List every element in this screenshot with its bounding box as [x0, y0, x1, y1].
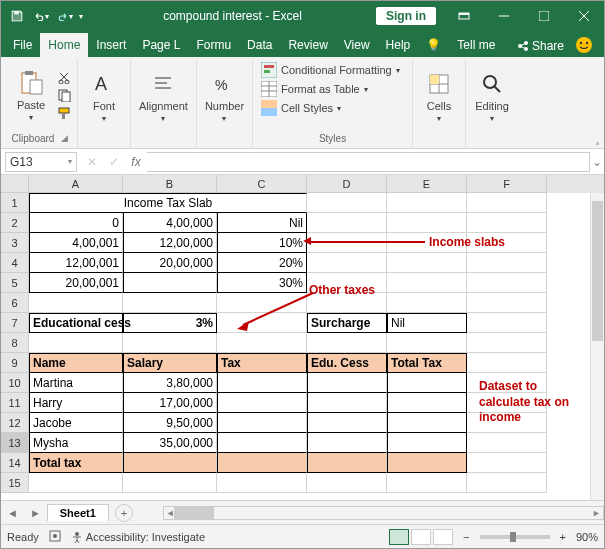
row-header[interactable]: 3 [1, 233, 29, 253]
undo-icon[interactable]: ▾ [31, 6, 51, 26]
cell[interactable] [387, 433, 467, 453]
cell[interactable] [123, 473, 217, 493]
tab-help[interactable]: Help [378, 33, 419, 57]
cell[interactable] [307, 373, 387, 393]
cell[interactable] [467, 393, 547, 413]
name-box[interactable]: G13▾ [5, 152, 77, 172]
cell[interactable] [467, 373, 547, 393]
cell[interactable] [307, 193, 387, 213]
cell[interactable]: Jacobe [29, 413, 123, 433]
cell[interactable] [387, 373, 467, 393]
cells-group-button[interactable]: Cells▾ [417, 68, 461, 125]
col-header-d[interactable]: D [307, 175, 387, 193]
cell[interactable] [123, 333, 217, 353]
cell[interactable]: 20,00,000 [123, 253, 217, 273]
cell[interactable] [217, 433, 307, 453]
sheet-nav-prev-icon[interactable]: ◄ [1, 507, 24, 519]
cell[interactable] [217, 293, 307, 313]
cut-icon[interactable] [57, 70, 73, 86]
cell[interactable] [467, 293, 547, 313]
ribbon-options-icon[interactable] [444, 1, 484, 31]
fx-icon[interactable]: fx [125, 155, 147, 169]
cell[interactable] [217, 313, 307, 333]
cell[interactable] [467, 453, 547, 473]
cell[interactable] [467, 433, 547, 453]
row-header[interactable]: 2 [1, 213, 29, 233]
cell[interactable] [307, 413, 387, 433]
cell[interactable] [217, 453, 307, 473]
cell[interactable]: 20% [217, 253, 307, 273]
tab-file[interactable]: File [5, 33, 40, 57]
tab-view[interactable]: View [336, 33, 378, 57]
cell[interactable]: Total tax [29, 453, 123, 473]
close-button[interactable] [564, 1, 604, 31]
col-header-c[interactable]: C [217, 175, 307, 193]
col-header-a[interactable]: A [29, 175, 123, 193]
cell[interactable]: 30% [217, 273, 307, 293]
cell[interactable] [123, 453, 217, 473]
zoom-out-button[interactable]: − [463, 531, 469, 543]
cell[interactable] [217, 393, 307, 413]
format-painter-icon[interactable] [57, 106, 73, 122]
cell[interactable] [387, 333, 467, 353]
row-header[interactable]: 8 [1, 333, 29, 353]
share-button[interactable]: Share [509, 35, 572, 57]
row-header[interactable]: 4 [1, 253, 29, 273]
cell[interactable] [217, 373, 307, 393]
font-group-button[interactable]: A Font▾ [82, 68, 126, 125]
maximize-button[interactable] [524, 1, 564, 31]
cell[interactable] [467, 233, 547, 253]
cell[interactable] [467, 193, 547, 213]
cell[interactable] [387, 273, 467, 293]
conditional-formatting-button[interactable]: Conditional Formatting ▾ [257, 61, 408, 79]
cell[interactable] [123, 293, 217, 313]
cell[interactable] [307, 273, 387, 293]
save-icon[interactable] [7, 6, 27, 26]
page-layout-view-button[interactable] [411, 529, 431, 545]
cell[interactable]: 3% [123, 313, 217, 333]
cell[interactable] [307, 293, 387, 313]
cell[interactable] [307, 233, 387, 253]
row-header[interactable]: 11 [1, 393, 29, 413]
cell[interactable] [467, 413, 547, 433]
row-header[interactable]: 9 [1, 353, 29, 373]
cell[interactable] [29, 473, 123, 493]
row-header[interactable]: 6 [1, 293, 29, 313]
clipboard-launcher-icon[interactable]: ◢ [58, 132, 70, 144]
cell[interactable] [307, 213, 387, 233]
select-all-corner[interactable] [1, 175, 29, 193]
cell[interactable]: Total Tax [387, 353, 467, 373]
format-as-table-button[interactable]: Format as Table ▾ [257, 80, 408, 98]
cell[interactable]: 4,00,000 [123, 213, 217, 233]
sign-in-button[interactable]: Sign in [376, 7, 436, 25]
cell[interactable]: Edu. Cess [307, 353, 387, 373]
cell[interactable]: Income Tax Slab [29, 193, 307, 213]
page-break-view-button[interactable] [433, 529, 453, 545]
cell[interactable] [467, 333, 547, 353]
spreadsheet-grid[interactable]: A B C D E F 1 Income Tax Slab 2 0 4,00,0… [1, 175, 604, 493]
new-sheet-button[interactable]: + [115, 504, 133, 522]
cell[interactable] [307, 333, 387, 353]
cell[interactable] [467, 273, 547, 293]
cell[interactable]: Harry [29, 393, 123, 413]
row-header[interactable]: 14 [1, 453, 29, 473]
cell[interactable]: 4,00,001 [29, 233, 123, 253]
cell[interactable] [387, 213, 467, 233]
cell[interactable] [467, 253, 547, 273]
tab-home[interactable]: Home [40, 33, 88, 57]
cancel-formula-icon[interactable]: ✕ [81, 155, 103, 169]
tab-review[interactable]: Review [280, 33, 335, 57]
cell[interactable] [387, 253, 467, 273]
cell[interactable] [307, 393, 387, 413]
cell[interactable]: 35,00,000 [123, 433, 217, 453]
cell[interactable] [387, 453, 467, 473]
cell[interactable] [467, 213, 547, 233]
sheet-tab[interactable]: Sheet1 [47, 504, 109, 521]
row-header[interactable]: 13 [1, 433, 29, 453]
vertical-scrollbar[interactable] [590, 193, 604, 500]
col-header-f[interactable]: F [467, 175, 547, 193]
paste-button[interactable]: Paste▾ [9, 67, 53, 124]
zoom-level[interactable]: 90% [576, 531, 598, 543]
cell[interactable]: 0 [29, 213, 123, 233]
accessibility-status[interactable]: Accessibility: Investigate [71, 531, 205, 543]
